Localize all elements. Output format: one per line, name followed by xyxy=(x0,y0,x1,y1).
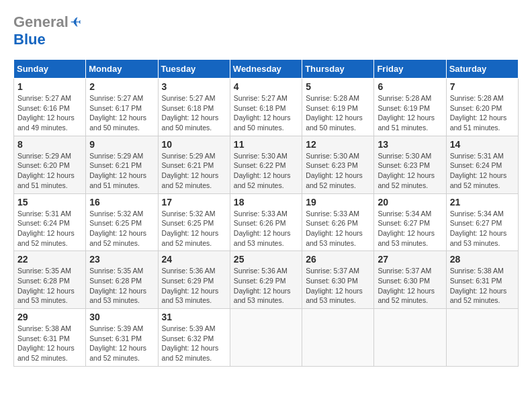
calendar-cell: 3Sunrise: 5:27 AMSunset: 6:18 PMDaylight… xyxy=(158,79,230,136)
day-info: Sunrise: 5:28 AMSunset: 6:19 PMDaylight:… xyxy=(306,93,370,133)
day-number: 28 xyxy=(450,254,515,265)
calendar-cell: 14Sunrise: 5:31 AMSunset: 6:24 PMDayligh… xyxy=(446,136,518,193)
day-info: Sunrise: 5:37 AMSunset: 6:30 PMDaylight:… xyxy=(378,266,442,306)
day-number: 7 xyxy=(450,81,515,92)
day-info: Sunrise: 5:37 AMSunset: 6:30 PMDaylight:… xyxy=(306,266,370,306)
calendar-header-tuesday: Tuesday xyxy=(158,60,230,79)
day-info: Sunrise: 5:33 AMSunset: 6:26 PMDaylight:… xyxy=(234,209,298,248)
calendar-week-row: 15Sunrise: 5:31 AMSunset: 6:24 PMDayligh… xyxy=(14,193,519,251)
day-info: Sunrise: 5:39 AMSunset: 6:32 PMDaylight:… xyxy=(162,324,226,363)
calendar-cell: 9Sunrise: 5:29 AMSunset: 6:21 PMDaylight… xyxy=(86,136,158,193)
calendar-cell: 7Sunrise: 5:28 AMSunset: 6:20 PMDaylight… xyxy=(446,79,518,136)
logo-blue: Blue xyxy=(13,31,46,48)
calendar-cell: 2Sunrise: 5:27 AMSunset: 6:17 PMDaylight… xyxy=(86,79,158,136)
day-info: Sunrise: 5:36 AMSunset: 6:29 PMDaylight:… xyxy=(162,266,226,306)
calendar-body: 1Sunrise: 5:27 AMSunset: 6:16 PMDaylight… xyxy=(14,79,519,367)
calendar-cell: 25Sunrise: 5:36 AMSunset: 6:29 PMDayligh… xyxy=(230,251,302,309)
logo-bird-icon: ✈ xyxy=(70,14,81,30)
day-info: Sunrise: 5:31 AMSunset: 6:24 PMDaylight:… xyxy=(17,209,82,248)
calendar-cell: 26Sunrise: 5:37 AMSunset: 6:30 PMDayligh… xyxy=(302,251,374,309)
day-number: 9 xyxy=(89,139,154,150)
day-number: 5 xyxy=(306,81,370,92)
logo-general: General xyxy=(13,13,69,31)
calendar-cell: 12Sunrise: 5:30 AMSunset: 6:23 PMDayligh… xyxy=(302,136,374,193)
day-number: 13 xyxy=(378,139,442,150)
calendar-week-row: 22Sunrise: 5:35 AMSunset: 6:28 PMDayligh… xyxy=(14,251,519,309)
day-number: 14 xyxy=(450,139,515,150)
calendar-header-sunday: Sunday xyxy=(14,60,86,79)
day-number: 21 xyxy=(450,197,515,208)
day-info: Sunrise: 5:32 AMSunset: 6:25 PMDaylight:… xyxy=(162,209,226,248)
calendar-cell: 28Sunrise: 5:38 AMSunset: 6:31 PMDayligh… xyxy=(446,251,518,309)
calendar-cell xyxy=(302,309,374,367)
calendar-cell: 29Sunrise: 5:38 AMSunset: 6:31 PMDayligh… xyxy=(14,309,86,367)
calendar-header-thursday: Thursday xyxy=(302,60,374,79)
day-number: 24 xyxy=(162,254,226,265)
calendar-cell: 19Sunrise: 5:33 AMSunset: 6:26 PMDayligh… xyxy=(302,193,374,251)
day-info: Sunrise: 5:29 AMSunset: 6:20 PMDaylight:… xyxy=(17,151,82,191)
calendar-cell xyxy=(230,309,302,367)
day-info: Sunrise: 5:34 AMSunset: 6:27 PMDaylight:… xyxy=(450,209,515,248)
calendar-cell: 4Sunrise: 5:27 AMSunset: 6:18 PMDaylight… xyxy=(230,79,302,136)
day-number: 18 xyxy=(234,197,298,208)
calendar-week-row: 1Sunrise: 5:27 AMSunset: 6:16 PMDaylight… xyxy=(14,79,519,136)
calendar-cell xyxy=(374,309,446,367)
day-info: Sunrise: 5:28 AMSunset: 6:19 PMDaylight:… xyxy=(378,93,442,133)
calendar-week-row: 8Sunrise: 5:29 AMSunset: 6:20 PMDaylight… xyxy=(14,136,519,193)
logo: General ✈ Blue xyxy=(13,13,81,48)
day-number: 25 xyxy=(234,254,298,265)
day-info: Sunrise: 5:29 AMSunset: 6:21 PMDaylight:… xyxy=(162,151,226,191)
day-info: Sunrise: 5:30 AMSunset: 6:22 PMDaylight:… xyxy=(234,151,298,191)
calendar-cell: 30Sunrise: 5:39 AMSunset: 6:31 PMDayligh… xyxy=(86,309,158,367)
day-info: Sunrise: 5:35 AMSunset: 6:28 PMDaylight:… xyxy=(17,266,82,306)
day-info: Sunrise: 5:32 AMSunset: 6:25 PMDaylight:… xyxy=(89,209,154,248)
day-info: Sunrise: 5:28 AMSunset: 6:20 PMDaylight:… xyxy=(450,93,515,133)
day-info: Sunrise: 5:34 AMSunset: 6:27 PMDaylight:… xyxy=(378,209,442,248)
calendar-cell: 24Sunrise: 5:36 AMSunset: 6:29 PMDayligh… xyxy=(158,251,230,309)
day-number: 4 xyxy=(234,81,298,92)
day-info: Sunrise: 5:29 AMSunset: 6:21 PMDaylight:… xyxy=(89,151,154,191)
day-info: Sunrise: 5:35 AMSunset: 6:28 PMDaylight:… xyxy=(89,266,154,306)
day-number: 31 xyxy=(162,312,226,322)
day-number: 3 xyxy=(162,81,226,92)
day-number: 16 xyxy=(89,197,154,208)
day-number: 22 xyxy=(17,254,82,265)
day-info: Sunrise: 5:27 AMSunset: 6:18 PMDaylight:… xyxy=(234,93,298,133)
calendar-cell: 31Sunrise: 5:39 AMSunset: 6:32 PMDayligh… xyxy=(158,309,230,367)
day-number: 23 xyxy=(89,254,154,265)
day-number: 6 xyxy=(378,81,442,92)
calendar-cell: 6Sunrise: 5:28 AMSunset: 6:19 PMDaylight… xyxy=(374,79,446,136)
day-number: 19 xyxy=(306,197,370,208)
day-number: 12 xyxy=(306,139,370,150)
calendar-cell: 27Sunrise: 5:37 AMSunset: 6:30 PMDayligh… xyxy=(374,251,446,309)
day-number: 17 xyxy=(162,197,226,208)
calendar-cell: 1Sunrise: 5:27 AMSunset: 6:16 PMDaylight… xyxy=(14,79,86,136)
day-info: Sunrise: 5:27 AMSunset: 6:18 PMDaylight:… xyxy=(162,93,226,133)
calendar-header-saturday: Saturday xyxy=(446,60,518,79)
day-number: 1 xyxy=(17,81,82,92)
page-header: General ✈ Blue xyxy=(13,13,519,48)
day-number: 30 xyxy=(89,312,154,322)
calendar-table: SundayMondayTuesdayWednesdayThursdayFrid… xyxy=(13,59,519,367)
calendar-cell: 15Sunrise: 5:31 AMSunset: 6:24 PMDayligh… xyxy=(14,193,86,251)
calendar-cell xyxy=(446,309,518,367)
calendar-header-friday: Friday xyxy=(374,60,446,79)
calendar-cell: 16Sunrise: 5:32 AMSunset: 6:25 PMDayligh… xyxy=(86,193,158,251)
day-info: Sunrise: 5:38 AMSunset: 6:31 PMDaylight:… xyxy=(17,324,82,363)
calendar-cell: 10Sunrise: 5:29 AMSunset: 6:21 PMDayligh… xyxy=(158,136,230,193)
calendar-week-row: 29Sunrise: 5:38 AMSunset: 6:31 PMDayligh… xyxy=(14,309,519,367)
calendar-cell: 11Sunrise: 5:30 AMSunset: 6:22 PMDayligh… xyxy=(230,136,302,193)
calendar-cell: 5Sunrise: 5:28 AMSunset: 6:19 PMDaylight… xyxy=(302,79,374,136)
day-number: 10 xyxy=(162,139,226,150)
day-number: 26 xyxy=(306,254,370,265)
calendar-cell: 8Sunrise: 5:29 AMSunset: 6:20 PMDaylight… xyxy=(14,136,86,193)
day-info: Sunrise: 5:27 AMSunset: 6:16 PMDaylight:… xyxy=(17,93,82,133)
day-number: 27 xyxy=(378,254,442,265)
calendar-header-row: SundayMondayTuesdayWednesdayThursdayFrid… xyxy=(14,60,519,79)
day-number: 20 xyxy=(378,197,442,208)
day-number: 29 xyxy=(17,312,82,322)
day-number: 2 xyxy=(89,81,154,92)
day-info: Sunrise: 5:27 AMSunset: 6:17 PMDaylight:… xyxy=(89,93,154,133)
day-info: Sunrise: 5:36 AMSunset: 6:29 PMDaylight:… xyxy=(234,266,298,306)
calendar-header-wednesday: Wednesday xyxy=(230,60,302,79)
